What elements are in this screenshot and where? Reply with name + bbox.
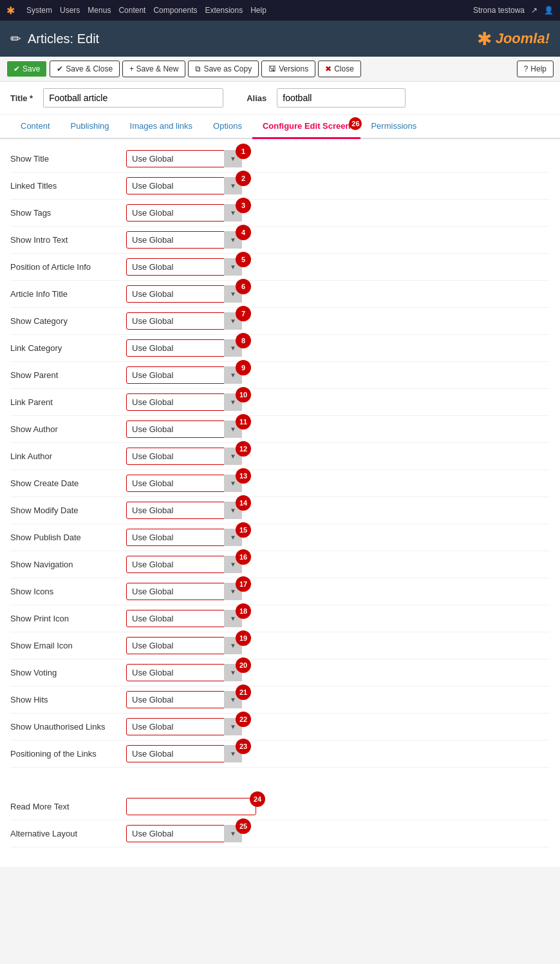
label-1: Show Title xyxy=(10,154,126,164)
nav-users[interactable]: Users xyxy=(60,6,80,15)
control-wrap-9: Use GlobalShowHide▼9 xyxy=(126,366,242,384)
save-new-label: + Save & New xyxy=(129,64,178,73)
select-13[interactable]: Use GlobalShowHide xyxy=(126,475,242,492)
read-more-text-label: Read More Text xyxy=(10,802,126,811)
badge-17: 17 xyxy=(236,576,251,592)
select-11[interactable]: Use GlobalShowHide xyxy=(126,421,242,438)
badge-25: 25 xyxy=(236,818,251,834)
alias-input[interactable] xyxy=(277,88,406,108)
control-wrap-16: Use GlobalShowHide▼16 xyxy=(126,556,242,573)
close-button[interactable]: ✖ Close xyxy=(318,61,361,77)
badge-24: 24 xyxy=(250,791,265,807)
label-3: Show Tags xyxy=(10,208,126,218)
save-button[interactable]: ✔ Save xyxy=(6,61,47,77)
form-row-9: Show ParentUse GlobalShowHide▼9 xyxy=(10,362,550,389)
select-17[interactable]: Use GlobalShowHide xyxy=(126,583,242,600)
select-2[interactable]: Use GlobalShowHide xyxy=(126,177,242,194)
control-wrap-20: Use GlobalShowHide▼20 xyxy=(126,664,242,681)
select-22[interactable]: Use GlobalShowHide xyxy=(126,718,242,735)
label-10: Link Parent xyxy=(10,397,126,407)
read-more-text-input[interactable] xyxy=(127,799,256,815)
versions-button[interactable]: 🖫 Versions xyxy=(261,61,315,77)
select-4[interactable]: Use GlobalShowHide xyxy=(126,231,242,249)
badge-21: 21 xyxy=(236,685,251,700)
save-icon: ✔ xyxy=(14,64,20,73)
form-row-16: Show NavigationUse GlobalShowHide▼16 xyxy=(10,551,550,578)
title-bar: ✏ Articles: Edit ✱ Joomla! xyxy=(0,21,560,57)
read-more-text-wrap xyxy=(126,798,256,815)
save-close-button[interactable]: ✔ Save & Close xyxy=(50,61,120,77)
control-wrap-14: Use GlobalShowHide▼14 xyxy=(126,502,242,519)
help-icon: ? xyxy=(524,64,528,73)
site-name[interactable]: Strona testowa xyxy=(473,6,525,15)
nav-extensions[interactable]: Extensions xyxy=(205,6,243,15)
select-6[interactable]: Use GlobalShowHide xyxy=(126,285,242,303)
badge-16: 16 xyxy=(236,549,251,565)
select-5[interactable]: Use GlobalShowHide xyxy=(126,258,242,276)
alternative-layout-select[interactable]: Use Global Show Hide xyxy=(126,825,242,842)
form-row-1: Show TitleUse GlobalShowHide▼1 xyxy=(10,146,550,173)
versions-label: Versions xyxy=(279,64,308,73)
select-18[interactable]: Use GlobalShowHide xyxy=(126,610,242,627)
save-copy-button[interactable]: ⧉ Save as Copy xyxy=(188,61,259,77)
label-15: Show Publish Date xyxy=(10,533,126,542)
badge-8: 8 xyxy=(236,333,251,348)
label-6: Article Info Title xyxy=(10,289,126,299)
label-9: Show Parent xyxy=(10,370,126,380)
close-icon: ✖ xyxy=(325,64,331,73)
badge-4: 4 xyxy=(236,225,251,240)
badge-14: 14 xyxy=(236,495,251,511)
badge-11: 11 xyxy=(236,414,251,430)
nav-system[interactable]: System xyxy=(26,6,52,15)
select-7[interactable]: Use GlobalShowHide xyxy=(126,312,242,330)
form-row-7: Show CategoryUse GlobalShowHide▼7 xyxy=(10,308,550,335)
badge-1: 1 xyxy=(236,144,251,159)
close-label: Close xyxy=(334,64,354,73)
label-23: Positioning of the Links xyxy=(10,749,126,759)
label-13: Show Create Date xyxy=(10,478,126,488)
nav-help[interactable]: Help xyxy=(250,6,266,15)
form-row-10: Link ParentUse GlobalShowHide▼10 xyxy=(10,389,550,416)
select-1[interactable]: Use GlobalShowHide xyxy=(126,150,242,167)
control-wrap-11: Use GlobalShowHide▼11 xyxy=(126,421,242,438)
form-row-13: Show Create DateUse GlobalShowHide▼13 xyxy=(10,470,550,497)
select-21[interactable]: Use GlobalShowHide xyxy=(126,691,242,708)
read-more-text-row: Read More Text 24 xyxy=(10,793,550,820)
tab-content[interactable]: Content xyxy=(10,115,61,139)
tab-publishing[interactable]: Publishing xyxy=(61,115,120,139)
form-row-21: Show HitsUse GlobalShowHide▼21 xyxy=(10,686,550,714)
nav-content[interactable]: Content xyxy=(118,6,145,15)
select-14[interactable]: Use GlobalShowHide xyxy=(126,502,242,519)
tab-images-links[interactable]: Images and links xyxy=(120,115,203,139)
nav-components[interactable]: Components xyxy=(153,6,197,15)
label-12: Link Author xyxy=(10,451,126,461)
save-new-button[interactable]: + Save & New xyxy=(122,61,185,77)
control-wrap-23: Use GlobalShowHide▼23 xyxy=(126,745,242,762)
select-8[interactable]: Use GlobalShowHide xyxy=(126,339,242,357)
select-19[interactable]: Use GlobalShowHide xyxy=(126,637,242,654)
select-12[interactable]: Use GlobalShowHide xyxy=(126,448,242,465)
select-15[interactable]: Use GlobalShowHide xyxy=(126,529,242,546)
form-divider xyxy=(10,768,550,780)
tab-badge-26: 26 xyxy=(349,117,362,130)
joomla-logo: ✱ Joomla! xyxy=(477,28,550,50)
tab-configure-edit-screen[interactable]: Configure Edit Screen 26 xyxy=(252,115,361,139)
select-16[interactable]: Use GlobalShowHide xyxy=(126,556,242,573)
nav-menus[interactable]: Menus xyxy=(88,6,111,15)
form-row-19: Show Email IconUse GlobalShowHide▼19 xyxy=(10,632,550,659)
select-20[interactable]: Use GlobalShowHide xyxy=(126,664,242,681)
title-input[interactable] xyxy=(43,88,223,108)
control-wrap-8: Use GlobalShowHide▼8 xyxy=(126,339,242,357)
select-10[interactable]: Use GlobalShowHide xyxy=(126,393,242,411)
user-icon[interactable]: 👤 xyxy=(544,6,554,15)
badge-20: 20 xyxy=(236,657,251,673)
tab-options[interactable]: Options xyxy=(203,115,252,139)
select-3[interactable]: Use GlobalShowHide xyxy=(126,204,242,222)
label-11: Show Author xyxy=(10,424,126,434)
help-button[interactable]: ? Help xyxy=(517,61,554,77)
tab-permissions[interactable]: Permissions xyxy=(360,115,427,139)
joomla-logo-text: Joomla! xyxy=(496,30,550,47)
select-9[interactable]: Use GlobalShowHide xyxy=(126,366,242,384)
alternative-layout-row: Alternative Layout Use Global Show Hide … xyxy=(10,820,550,847)
select-23[interactable]: Use GlobalShowHide xyxy=(126,745,242,762)
